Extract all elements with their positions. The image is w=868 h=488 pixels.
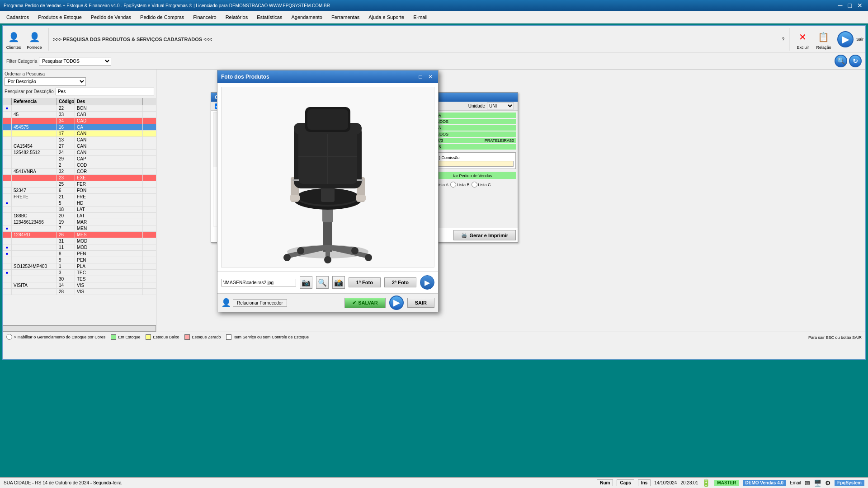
table-row[interactable]: ■ 8 PEN xyxy=(3,251,156,257)
clients-btn[interactable]: 👤 Clientes xyxy=(5,29,23,50)
horizontal-scrollbar[interactable] xyxy=(3,325,156,332)
lista-c-option[interactable]: Lista C xyxy=(472,182,491,188)
menu-pedido-vendas[interactable]: Pedido de Vendas xyxy=(86,13,136,22)
table-row[interactable]: 45 33 CAB xyxy=(3,112,156,118)
search-btn[interactable]: 🔍 xyxy=(835,55,847,67)
camera-icon-btn[interactable]: 📷 xyxy=(300,276,312,289)
table-row[interactable]: 17 CAN xyxy=(3,131,156,137)
filter-category-combo[interactable]: Pesquisar TODOS xyxy=(39,57,111,66)
table-row[interactable]: ■ 11 MOD xyxy=(3,244,156,251)
maximize-btn[interactable]: □ xyxy=(846,2,854,9)
row-cod: 22 xyxy=(57,105,75,111)
supplier-btn[interactable]: 👤 Fornece xyxy=(25,29,43,50)
table-row[interactable]: 25 FER xyxy=(3,181,156,188)
row-ref xyxy=(12,131,57,136)
save-btn[interactable]: ✔ SALVAR xyxy=(344,298,386,308)
table-row[interactable]: 123456123456 19 MAR xyxy=(3,219,156,225)
row-cod: 17 xyxy=(57,131,75,136)
row-desc: CAN xyxy=(75,131,143,136)
table-row[interactable]: 1284RD 26 MES xyxy=(3,232,156,238)
table-row[interactable]: ■ 5 HD xyxy=(3,200,156,206)
row-cod: 30 xyxy=(57,276,75,282)
menu-produtos[interactable]: Produtos e Estoque xyxy=(33,13,86,22)
table-row[interactable]: 23 EXE xyxy=(3,175,156,181)
menu-financeiro[interactable]: Financeiro xyxy=(189,13,221,22)
menu-ferramentas[interactable]: Ferramentas xyxy=(327,13,364,22)
relate-supplier-btn[interactable]: Relacionar Fornecedor xyxy=(233,299,287,307)
table-row[interactable]: CA15454 27 CAN xyxy=(3,143,156,150)
exclude-btn[interactable]: ✕ Excluir xyxy=(794,29,812,50)
hint-label: Para sair ESC ou botão SAIR xyxy=(808,335,862,340)
search-desc-input[interactable] xyxy=(56,88,154,95)
table-row[interactable]: 18 LAT xyxy=(3,206,156,213)
manage-stock-radio[interactable] xyxy=(6,334,12,340)
comissao-input[interactable] xyxy=(432,161,514,167)
dialog-close-btn[interactable]: ✕ xyxy=(426,73,434,81)
table-row[interactable]: 30 TES xyxy=(3,276,156,282)
minimize-btn[interactable]: ─ xyxy=(836,2,844,9)
table-row[interactable]: 31 MOD xyxy=(3,238,156,244)
exit-btn[interactable]: SAIR xyxy=(407,298,434,308)
pedido-vendas-btn[interactable]: Iar Pedido de Vendas xyxy=(429,172,516,179)
table-row[interactable]: 125482.5512 24 CAN xyxy=(3,150,156,156)
row-desc: VIS xyxy=(75,282,143,288)
lista-b-option[interactable]: Lista B xyxy=(450,182,470,188)
row-ref: 4541VNRA xyxy=(12,169,57,174)
table-row[interactable]: 52347 6 FON xyxy=(3,188,156,194)
table-row[interactable]: SO12524MP400 1 PLA xyxy=(3,263,156,270)
dialog-minimize-btn[interactable]: ─ xyxy=(406,73,415,81)
manage-stock-option[interactable]: > Habilitar o Gerenciamento do Estoque p… xyxy=(6,334,105,340)
menu-email[interactable]: E-mail xyxy=(409,13,432,22)
menu-pedido-compras[interactable]: Pedido de Compras xyxy=(136,13,189,22)
generate-btn[interactable]: 🖨️ Gerar e Imprimir xyxy=(453,230,516,240)
close-btn[interactable]: ✕ xyxy=(855,2,864,9)
table-row[interactable]: 188BC 20 LAT xyxy=(3,213,156,219)
row-cod: 7 xyxy=(57,225,75,231)
checkmark-icon: ✔ xyxy=(352,300,356,306)
relation-btn[interactable]: 📋 Relação xyxy=(815,29,833,50)
table-row[interactable]: ■ 3 TEC xyxy=(3,270,156,276)
table-row[interactable]: FRETE 21 FRE xyxy=(3,194,156,200)
row-ref xyxy=(12,244,57,250)
table-row[interactable]: 13 CAN xyxy=(3,137,156,143)
search-photo-btn[interactable]: 🔍 xyxy=(316,276,329,289)
table-row[interactable]: 2 COD xyxy=(3,162,156,169)
network-icon: 🖥️ xyxy=(814,479,821,487)
foto1-btn[interactable]: 1ª Foto xyxy=(349,277,381,287)
row-cod: 23 xyxy=(57,175,75,181)
table-row[interactable]: 28 VIS xyxy=(3,289,156,295)
menu-relatorios[interactable]: Relatórios xyxy=(221,13,253,22)
refresh-btn[interactable]: ↻ xyxy=(849,55,862,67)
row-cod: 6 xyxy=(57,188,75,193)
product-table: Referencia Código Des ■ 22 BON 45 33 CAB xyxy=(3,98,156,325)
dialog-maximize-btn[interactable]: □ xyxy=(416,73,425,81)
next-photo-btn[interactable]: ▶ xyxy=(420,275,434,290)
menu-estatisticas[interactable]: Estatísticas xyxy=(252,13,287,22)
generate-label: Gerar e Imprimir xyxy=(469,233,508,238)
city-info: SUA CIDADE - RS 14 de Outubro de 2024 - … xyxy=(4,480,122,485)
order-combo[interactable]: Por Descrição xyxy=(5,77,86,86)
row-cod: 20 xyxy=(57,213,75,219)
table-row[interactable]: VISITA 14 VIS xyxy=(3,282,156,289)
unit-select[interactable]: UNI xyxy=(487,103,514,109)
table-row[interactable]: 454575 16 CA xyxy=(3,124,156,131)
toolbar-question: ? xyxy=(782,37,784,42)
row-icon xyxy=(3,232,12,238)
menu-agendamento[interactable]: Agendamento xyxy=(287,13,327,22)
foto2-btn[interactable]: 2ª Foto xyxy=(384,277,416,287)
row-desc: PEN xyxy=(75,257,143,263)
menu-ajuda[interactable]: Ajuda e Suporte xyxy=(364,13,409,22)
save-round-btn[interactable]: ▶ xyxy=(389,296,404,310)
menu-cadastros[interactable]: Cadastros xyxy=(2,13,33,22)
table-row[interactable]: 9 PEN xyxy=(3,257,156,263)
table-row[interactable]: 34 CAD xyxy=(3,118,156,124)
table-row[interactable]: 29 CAP xyxy=(3,156,156,162)
exit-btn[interactable]: ▶ xyxy=(837,31,854,47)
capture-btn[interactable]: 📸 xyxy=(332,276,345,289)
app-title: Programa Pedido de Vendas + Estoque & Fi… xyxy=(4,3,330,8)
table-row[interactable]: 4541VNRA 32 COR xyxy=(3,169,156,175)
table-row[interactable]: ■ 7 MEN xyxy=(3,225,156,232)
table-row[interactable]: ■ 22 BON xyxy=(3,105,156,112)
row-icon xyxy=(3,131,12,136)
photo-path-input[interactable] xyxy=(221,279,296,286)
